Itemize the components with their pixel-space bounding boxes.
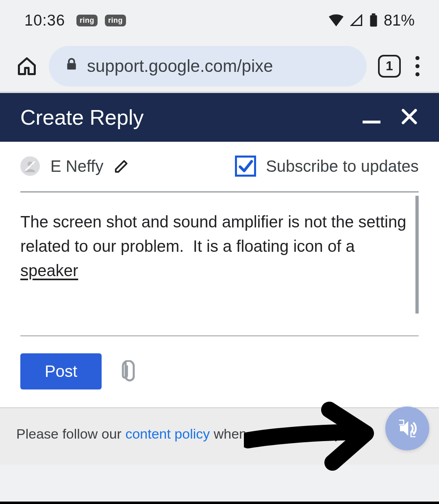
ring-app-badge-2: ring: [105, 15, 126, 26]
svg-rect-0: [372, 13, 376, 15]
tab-count-button[interactable]: 1: [378, 55, 401, 78]
status-bar: 10:36 ring ring 81%: [0, 0, 439, 41]
dialog-content: E Neffy Subscribe to updates The screen …: [0, 142, 439, 407]
tab-count-value: 1: [386, 58, 393, 74]
home-icon[interactable]: [16, 56, 37, 77]
edit-name-icon[interactable]: [114, 158, 129, 174]
battery-percent: 81%: [384, 12, 415, 29]
subscribe-checkbox[interactable]: [235, 156, 256, 177]
status-time: 10:36: [24, 12, 65, 29]
dialog-title: Create Reply: [20, 105, 143, 130]
reply-text-prefix: The screen shot and sound amplifier is n…: [20, 213, 411, 255]
post-button[interactable]: Post: [20, 353, 102, 389]
user-name: E Neffy: [50, 157, 103, 175]
reply-text-underlined: speaker: [20, 262, 78, 279]
status-left: 10:36 ring ring: [24, 12, 126, 29]
footer-suffix: when creating your post.: [210, 426, 364, 441]
svg-rect-2: [67, 63, 76, 69]
reply-textarea[interactable]: The screen shot and sound amplifier is n…: [20, 191, 419, 331]
footer-prefix: Please follow our: [16, 426, 125, 441]
dialog-header: Create Reply: [0, 93, 439, 142]
battery-icon: [369, 13, 378, 27]
svg-rect-1: [370, 15, 377, 26]
content-policy-link[interactable]: content policy: [125, 426, 210, 441]
avatar: [20, 156, 40, 176]
action-row: Post: [20, 336, 419, 407]
cell-signal-icon: [350, 14, 363, 26]
attachment-icon[interactable]: [120, 360, 136, 383]
browser-bar: support.google.com/pixe 1: [0, 41, 439, 91]
user-row: E Neffy Subscribe to updates: [20, 156, 419, 191]
overflow-menu-icon[interactable]: [412, 56, 423, 76]
url-bar[interactable]: support.google.com/pixe: [49, 46, 367, 87]
url-text: support.google.com/pixe: [87, 56, 273, 76]
ring-app-badge-1: ring: [76, 15, 98, 26]
wifi-icon: [328, 14, 344, 26]
reply-text-content: The screen shot and sound amplifier is n…: [20, 193, 419, 331]
subscribe-label: Subscribe to updates: [266, 157, 419, 175]
lock-icon: [65, 56, 78, 76]
nav-bar-edge: [0, 502, 439, 504]
status-right: 81%: [328, 12, 415, 29]
footer: Please follow our content policy when cr…: [0, 407, 439, 465]
scrollbar[interactable]: [415, 196, 419, 314]
close-button[interactable]: [400, 107, 419, 128]
floating-speaker-button[interactable]: [385, 407, 429, 450]
minimize-button[interactable]: [363, 112, 380, 123]
